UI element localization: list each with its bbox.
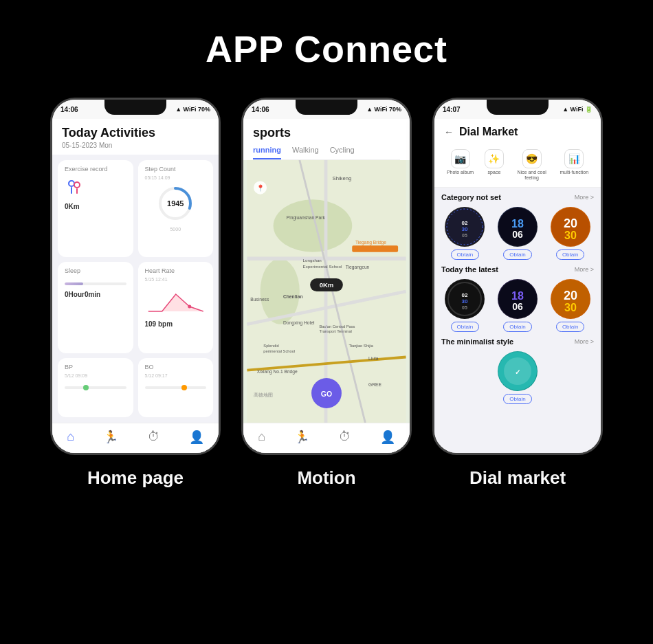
bp-dot (83, 385, 89, 390)
svg-text:perimental School: perimental School (263, 349, 295, 353)
nav-run-icon[interactable]: 🏃 (103, 430, 118, 445)
svg-text:30: 30 (564, 302, 577, 313)
svg-text:Tianjiao Shijia: Tianjiao Shijia (348, 344, 373, 348)
map-svg: Shikeng Pingluanshan Park Tiegang Bridge… (243, 160, 410, 423)
bo-sublabel: 5/12 09:17 (145, 373, 207, 378)
svg-text:Splendid: Splendid (263, 344, 278, 348)
heart-rate-sublabel: 5/15 12:41 (145, 277, 207, 282)
svg-text:Bao'an Central Pass: Bao'an Central Pass (319, 324, 355, 329)
obtain-btn-7[interactable]: Obtain (503, 394, 532, 404)
section1-more[interactable]: More > (575, 194, 594, 201)
motion-nav-user[interactable]: 👤 (380, 430, 395, 445)
step-label: Step Count (145, 166, 207, 173)
watch-cat1-1[interactable]: 023005 Obtain (441, 207, 489, 260)
svg-text:30: 30 (564, 230, 577, 241)
svg-text:✓: ✓ (515, 368, 520, 376)
watch-cat2-2[interactable]: 1806 Obtain (494, 279, 542, 332)
dial-back-arrow[interactable]: ← (444, 126, 454, 137)
svg-text:Pingluanshan Park: Pingluanshan Park (287, 215, 326, 221)
section3-more[interactable]: More > (575, 338, 594, 345)
home-time: 14:06 (60, 106, 78, 113)
svg-point-1 (74, 182, 80, 188)
home-date: 05-15-2023 Mon (62, 142, 209, 149)
bo-dot (181, 385, 187, 390)
cool-icon: 😎 (522, 149, 542, 168)
svg-text:Longshan: Longshan (303, 258, 322, 263)
watch-cat2-3[interactable]: 2030 Obtain (546, 279, 594, 332)
svg-text:0Km: 0Km (320, 281, 334, 289)
motion-nav-home[interactable]: ⌂ (258, 430, 265, 444)
home-phone-frame: 14:06 ▲ WiFi 70% Today Activities 05-15-… (50, 98, 221, 455)
sleep-bar-fill (65, 282, 83, 285)
section2-more[interactable]: More > (575, 266, 594, 273)
watch-face-cat2-1: 023005 (445, 279, 485, 319)
photo-album-label: Photo album (447, 170, 474, 175)
watch-cat2-1[interactable]: 023005 Obtain (441, 279, 489, 332)
dial-label: Dial market (469, 467, 566, 489)
dial-cat-space[interactable]: ✨ space (485, 149, 504, 181)
dial-time: 14:07 (443, 106, 461, 113)
obtain-btn-2[interactable]: Obtain (503, 249, 532, 260)
svg-text:Experimental School: Experimental School (303, 264, 342, 269)
motion-time: 14:06 (252, 106, 269, 113)
svg-text:20: 20 (564, 216, 577, 230)
sleep-label: Sleep (65, 267, 126, 274)
svg-text:GO: GO (321, 390, 332, 398)
obtain-btn-1[interactable]: Obtain (451, 249, 480, 260)
tab-running[interactable]: running (253, 146, 281, 159)
obtain-btn-6[interactable]: Obtain (556, 322, 585, 332)
motion-nav-run[interactable]: 🏃 (294, 430, 309, 445)
nav-user-icon[interactable]: 👤 (189, 430, 204, 445)
tab-walking[interactable]: Walking (292, 146, 319, 159)
nav-watch-icon[interactable]: ⏱ (148, 430, 160, 444)
tab-cycling[interactable]: Cycling (330, 146, 355, 159)
svg-text:Dongxing Hotel: Dongxing Hotel (283, 320, 315, 326)
dial-phone-frame: 14:07 ▲ WiFi 🔋 ← Dial Market 📷 Photo alb… (432, 98, 603, 455)
motion-label: Motion (297, 467, 355, 489)
dial-cat-cool[interactable]: 😎 Nice and cool feeling (515, 149, 549, 181)
svg-text:GREE: GREE (368, 382, 381, 387)
space-label: space (488, 170, 501, 175)
dial-phone-content: ← Dial Market 📷 Photo album ✨ space (434, 119, 601, 453)
svg-text:30: 30 (462, 298, 468, 304)
watch-cat1-2[interactable]: 1806 Obtain (494, 207, 542, 260)
watch-cat3-1[interactable]: ✓ Obtain (441, 351, 594, 404)
bp-sublabel: 5/12 09:09 (65, 373, 126, 378)
home-screen: Today Activities 05-15-2023 Mon Exercise… (52, 119, 219, 453)
phones-row: 14:06 ▲ WiFi 70% Today Activities 05-15-… (50, 98, 603, 489)
dial-categories: 📷 Photo album ✨ space 😎 Nice and cool fe… (434, 144, 601, 188)
motion-title: sports (253, 126, 400, 140)
multi-label: multi-function (560, 170, 588, 175)
watch-face-cat1-2: 1806 (498, 207, 538, 247)
motion-nav-watch[interactable]: ⏱ (339, 430, 351, 444)
svg-text:06: 06 (512, 301, 523, 312)
section2-watches: 023005 Obtain 1806 Obtain (441, 279, 594, 332)
motion-notch (296, 100, 357, 115)
svg-text:02: 02 (462, 292, 468, 298)
home-bottom-nav: ⌂ 🏃 ⏱ 👤 (52, 423, 219, 453)
home-page-section: 14:06 ▲ WiFi 70% Today Activities 05-15-… (50, 98, 221, 489)
multi-icon: 📊 (564, 149, 584, 168)
space-icon: ✨ (485, 149, 504, 168)
dial-cat-multi[interactable]: 📊 multi-function (560, 149, 588, 181)
bp-label: BP (65, 364, 126, 370)
bo-label: BO (145, 364, 207, 370)
obtain-btn-4[interactable]: Obtain (451, 322, 480, 332)
dial-section: 14:07 ▲ WiFi 🔋 ← Dial Market 📷 Photo alb… (432, 98, 603, 489)
map-area: Shikeng Pingluanshan Park Tiegang Bridge… (243, 160, 410, 423)
motion-phone-content: sports running Walking Cycling (243, 119, 410, 453)
home-notch (104, 100, 166, 115)
bp-card: BP 5/12 09:09 (58, 358, 133, 417)
obtain-btn-3[interactable]: Obtain (556, 249, 585, 260)
svg-point-0 (69, 181, 74, 186)
step-max: 5000 (145, 227, 207, 232)
dial-cat-photo[interactable]: 📷 Photo album (447, 149, 474, 181)
obtain-btn-5[interactable]: Obtain (503, 322, 532, 332)
motion-bottom-nav: ⌂ 🏃 ⏱ 👤 (243, 423, 410, 453)
nav-home-icon[interactable]: ⌂ (67, 430, 74, 444)
section1-header: Category not set More > (441, 193, 594, 201)
watch-cat1-3[interactable]: 2030 Obtain (546, 207, 594, 260)
dial-notch (487, 100, 549, 115)
watch-face-cat2-3: 2030 (551, 279, 590, 319)
svg-text:高德地图: 高德地图 (254, 392, 273, 397)
